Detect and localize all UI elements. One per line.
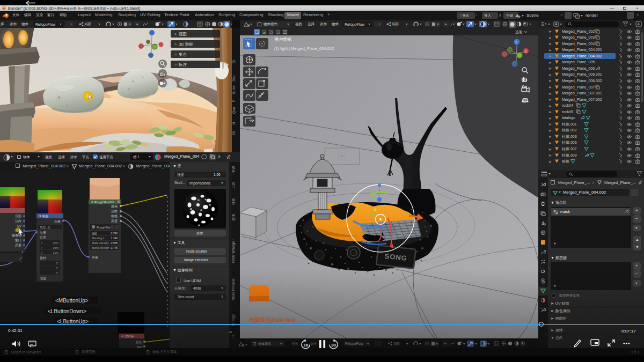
svg-text:0°: 0°: [56, 271, 58, 275]
svg-text:矢量: 矢量: [54, 220, 61, 223]
svg-text:0°: 0°: [56, 267, 58, 270]
svg-text:选项: 选项: [515, 30, 523, 34]
svg-text:>: >: [174, 53, 177, 56]
svg-text:Y: Y: [41, 246, 43, 249]
svg-text:1.348: 1.348: [111, 237, 118, 240]
svg-text:Bump strength: Bump strength: [92, 246, 109, 249]
svg-text:集合: 集合: [179, 52, 187, 57]
svg-text:仅影: 仅影: [15, 214, 21, 218]
svg-text:位置: 位置: [40, 236, 46, 239]
svg-text:旋转: 旋转: [40, 256, 46, 260]
svg-text:视图: 视图: [179, 32, 187, 36]
svg-text:矢量: 矢量: [40, 231, 46, 234]
svg-text:标注: 标注: [178, 62, 187, 67]
svg-text:颜色: 颜色: [136, 341, 142, 344]
svg-text:类型: 点: 类型: 点: [40, 226, 50, 229]
svg-text:▼ 层权重: ▼ 层权重: [121, 335, 134, 338]
svg-text:法向: 法向: [15, 219, 21, 223]
svg-text:0cm: 0cm: [53, 241, 59, 245]
svg-text:Mask intensity: Mask intensity: [92, 241, 109, 245]
svg-text:粗糙: 粗糙: [111, 215, 118, 218]
svg-text:0cm: 0cm: [53, 246, 59, 249]
svg-text:缩放: 缩放: [40, 276, 46, 280]
svg-text:(1) light | Merged_Plane_004.0: (1) light | Merged_Plane_004.002: [274, 46, 334, 51]
svg-text:0.748: 0.748: [111, 232, 118, 235]
svg-text:0°: 0°: [56, 262, 58, 265]
svg-text:强度: 强度: [92, 232, 97, 235]
svg-text:Blending 1: Blending 1: [92, 237, 105, 240]
svg-text:Z: Z: [515, 41, 517, 44]
svg-text:RoughSkin: RoughSkin: [97, 226, 111, 229]
svg-text:反射: 反射: [15, 243, 21, 247]
svg-text:3D 游标: 3D 游标: [179, 42, 193, 47]
svg-text:▼ 映射: ▼ 映射: [39, 215, 48, 218]
svg-text:>: >: [174, 42, 177, 46]
svg-text:窗口: 窗口: [15, 238, 21, 242]
svg-text:X: X: [525, 50, 527, 53]
svg-text:30: 30: [331, 343, 335, 348]
svg-text:矢量: 矢量: [92, 256, 98, 259]
svg-text:0.748: 0.748: [111, 246, 118, 249]
svg-text:>: >: [174, 32, 177, 36]
svg-text:0.558: 0.558: [111, 241, 118, 245]
svg-text:10: 10: [304, 343, 308, 348]
svg-text:>: >: [174, 63, 177, 67]
svg-text:2cm: 2cm: [53, 251, 59, 254]
svg-text:法向: 法向: [111, 210, 118, 213]
svg-text:UV: UV: [17, 224, 21, 227]
svg-text:X: X: [41, 241, 43, 245]
svg-text:颜色: 颜色: [111, 204, 118, 208]
svg-text:高度: 高度: [111, 219, 118, 223]
svg-text:用户透视: 用户透视: [274, 37, 291, 42]
svg-text:▼ RoughSkin003: ▼ RoughSkin003: [91, 201, 114, 204]
